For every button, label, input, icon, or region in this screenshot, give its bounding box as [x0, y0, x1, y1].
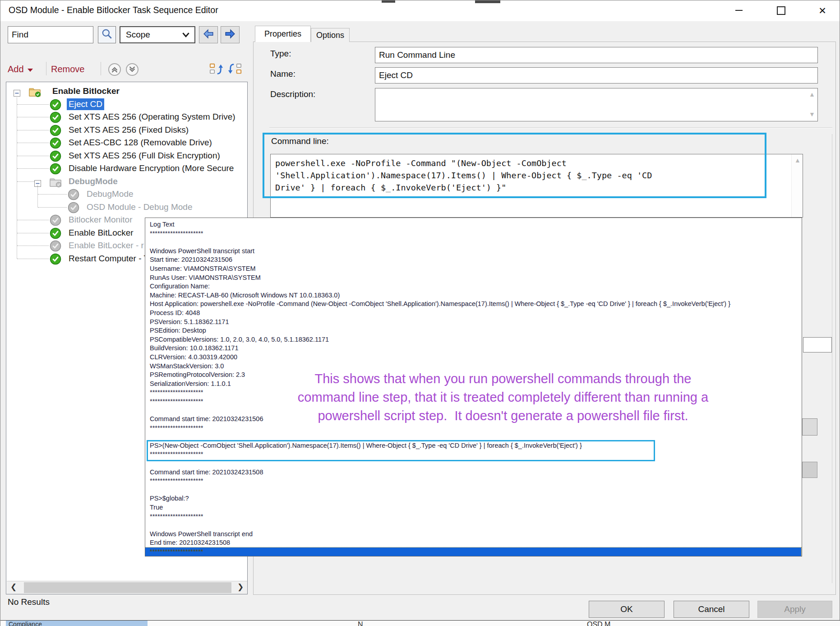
scroll-down-icon[interactable]: ▼	[808, 112, 816, 117]
background-window-fragment	[475, 0, 500, 3]
tree-item-disable-hardware-encryption-more-secure[interactable]: Disable Hardware Encryption (More Secure	[6, 162, 247, 175]
background-window-fragment	[382, 0, 395, 3]
log-line[interactable]	[150, 406, 802, 415]
search-button[interactable]	[98, 26, 116, 43]
hidden-button-fragment[interactable]	[802, 418, 817, 436]
log-line[interactable]	[150, 486, 802, 495]
log-line[interactable]: Process ID: 4048	[150, 309, 802, 318]
log-line[interactable]: Log Text	[150, 220, 802, 229]
log-line-selected[interactable]: *********************	[145, 547, 801, 556]
log-line[interactable]: *********************	[150, 388, 802, 397]
log-line[interactable]: BuildVersion: 10.0.18362.1171	[150, 344, 802, 353]
commandline-field[interactable]: powershell.exe -NoProfile -Command "(New…	[270, 154, 803, 218]
log-line[interactable]: CLRVersion: 4.0.30319.42000	[150, 353, 802, 362]
log-lines: Log Text*********************Windows Pow…	[145, 218, 802, 556]
log-line[interactable]: End time: 20210324231508	[150, 538, 802, 547]
log-line[interactable]: *********************	[150, 229, 802, 238]
log-line[interactable]: *********************	[150, 512, 802, 521]
close-button[interactable]: ✕	[809, 0, 836, 20]
arrow-left-icon	[203, 28, 214, 42]
tree-horizontal-scrollbar[interactable]: ❮ ❯	[7, 581, 247, 594]
log-line[interactable]: SerializationVersion: 1.1.0.1	[150, 380, 802, 389]
check-green-icon	[50, 253, 61, 265]
scope-dropdown[interactable]: Scope	[120, 26, 195, 43]
tree-item-osd-module-debug-mode[interactable]: OSD Module - Debug Mode	[6, 201, 247, 214]
log-line[interactable]: *********************	[150, 477, 802, 486]
log-line[interactable]: RunAs User: VIAMONSTRA\SYSTEM	[150, 274, 802, 283]
name-field[interactable]	[375, 67, 818, 83]
scroll-up-icon[interactable]: ▲	[808, 92, 816, 97]
log-line[interactable]: PS>$global:?	[150, 494, 802, 503]
ok-button[interactable]: OK	[589, 601, 665, 618]
collapse-expander-icon[interactable]	[14, 88, 20, 95]
commandline-scrollbar[interactable]: ▲	[791, 154, 803, 217]
log-line[interactable]	[150, 432, 802, 441]
reorder-up-icon	[209, 70, 223, 78]
search-icon	[101, 28, 113, 42]
move-step-down-button[interactable]	[228, 62, 242, 76]
tab-properties[interactable]: Properties	[255, 26, 311, 42]
log-line[interactable]: Start time: 20210324231506	[150, 255, 802, 264]
scroll-left-icon[interactable]: ❮	[7, 581, 20, 594]
log-line[interactable]: PSCompatibleVersions: 1.0, 2.0, 3.0, 4.0…	[150, 335, 802, 344]
maximize-button[interactable]	[767, 0, 794, 20]
log-line[interactable]: PSRemotingProtocolVersion: 2.3	[150, 371, 802, 380]
tree-item-set-xts-aes-256-full-disk-encryption[interactable]: Set XTS AES 256 (Full Disk Encryption)	[6, 149, 247, 162]
log-line[interactable]: Command start time: 20210324231506	[150, 415, 802, 424]
log-line[interactable]: Windows PowerShell transcript start	[150, 247, 802, 256]
tab-options[interactable]: Options	[311, 28, 350, 42]
log-line[interactable]: Username: VIAMONSTRA\SYSTEM	[150, 264, 802, 274]
type-field[interactable]	[375, 47, 818, 63]
description-label: Description:	[270, 89, 315, 99]
tree-connector	[17, 181, 34, 182]
tree-item-debugmode[interactable]: DebugMode	[6, 175, 247, 188]
move-step-up-button[interactable]	[209, 62, 223, 76]
description-field[interactable]: ▲ ▼	[375, 88, 818, 121]
log-line[interactable]: PS>(New-Object -ComObject 'Shell.Applica…	[150, 441, 802, 450]
find-previous-button[interactable]	[199, 26, 218, 43]
add-button[interactable]: Add	[8, 61, 33, 77]
tree-item-set-xts-aes-256-fixed-disks[interactable]: Set XTS AES 256 (Fixed Disks)	[6, 124, 247, 137]
log-line[interactable]	[150, 459, 802, 468]
log-line[interactable]: PSEdition: Desktop	[150, 326, 802, 335]
tree-item-label: OSD Module - Debug Mode	[85, 201, 194, 213]
find-input[interactable]	[8, 26, 93, 43]
scrollbar-thumb[interactable]	[24, 582, 231, 593]
log-line[interactable]	[150, 521, 802, 530]
tree-item-eject-cd[interactable]: Eject CD	[6, 98, 247, 111]
scroll-right-icon[interactable]: ❯	[234, 581, 247, 594]
log-line[interactable]: *********************	[150, 397, 802, 406]
log-line[interactable]: *********************	[150, 424, 802, 433]
tree-item-set-xts-aes-256-operating-system-drive[interactable]: Set XTS AES 256 (Operating System Drive)	[6, 111, 247, 124]
hidden-button-fragment[interactable]	[802, 462, 817, 478]
tree-connector	[38, 194, 67, 195]
log-line[interactable]: WSManStackVersion: 3.0	[150, 362, 802, 371]
find-next-button[interactable]	[221, 26, 240, 43]
log-line[interactable]: Host Application: powershell.exe -NoProf…	[150, 300, 802, 309]
background-window-strip: Compliance N OSD M	[0, 621, 840, 626]
log-line[interactable]: Configuration Name:	[150, 282, 802, 291]
log-line[interactable]: Command start time: 20210324231508	[150, 468, 802, 477]
tree-item-set-aes-cbc-128-removable-drive[interactable]: Set AES-CBC 128 (Removable Drive)	[6, 136, 247, 149]
log-line[interactable]: PSVersion: 5.1.18362.1171	[150, 318, 802, 327]
collapse-all-button[interactable]	[108, 63, 121, 76]
log-line[interactable]: True	[150, 503, 802, 512]
tree-connector	[17, 117, 49, 117]
collapse-expander-icon[interactable]	[34, 178, 41, 185]
check-green-icon	[50, 150, 61, 162]
log-line[interactable]: Machine: RECAST-LAB-60 (Microsoft Window…	[150, 291, 802, 300]
log-line[interactable]: *********************	[150, 450, 802, 459]
background-text-fragment: OSD M	[587, 621, 610, 626]
tree-item-enable-bitlocker[interactable]: Enable Bitlocker	[6, 85, 247, 98]
minimize-button[interactable]	[725, 0, 752, 20]
log-line[interactable]: Windows PowerShell transcript end	[150, 530, 802, 539]
tree-item-debugmode[interactable]: DebugMode	[6, 188, 247, 201]
log-viewer-window[interactable]: Log Text*********************Windows Pow…	[145, 218, 802, 556]
tree-connector	[17, 168, 49, 169]
tree-connector	[17, 130, 49, 130]
scroll-up-icon[interactable]: ▲	[794, 158, 801, 163]
cancel-button[interactable]: Cancel	[674, 601, 749, 618]
log-line[interactable]	[150, 238, 802, 247]
remove-button[interactable]: Remove	[51, 61, 84, 77]
expand-all-button[interactable]	[125, 63, 139, 76]
